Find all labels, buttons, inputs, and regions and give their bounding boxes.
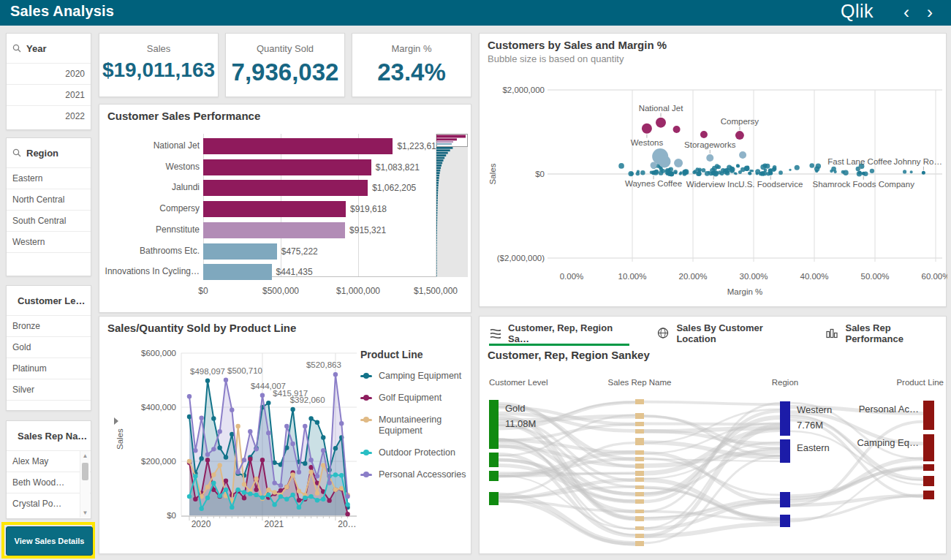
sankey-node-product-line[interactable] xyxy=(923,464,934,471)
data-point[interactable] xyxy=(199,456,203,461)
scatter-bubble[interactable] xyxy=(700,131,708,138)
data-point[interactable] xyxy=(217,445,221,450)
sankey-node-sales-rep-name[interactable] xyxy=(635,510,644,513)
scatter-bubble[interactable] xyxy=(658,155,670,167)
data-point[interactable] xyxy=(230,505,234,510)
data-point[interactable] xyxy=(290,472,295,477)
data-point[interactable] xyxy=(224,478,228,483)
sankey-node-sales-rep-name[interactable] xyxy=(635,463,644,469)
scatter-bubble[interactable] xyxy=(706,154,713,162)
data-point[interactable] xyxy=(187,459,192,463)
sankey-node-sales-rep-name[interactable] xyxy=(635,516,644,521)
data-point[interactable] xyxy=(205,379,210,383)
filter-value[interactable]: Silver xyxy=(7,379,91,400)
data-point[interactable] xyxy=(297,470,301,474)
data-point[interactable] xyxy=(303,424,307,428)
data-point[interactable] xyxy=(242,496,246,500)
sankey-node-customer-level[interactable] xyxy=(489,453,499,467)
data-point[interactable] xyxy=(199,507,203,511)
bar-category-label[interactable]: Pennstitute xyxy=(105,224,200,235)
data-point[interactable] xyxy=(242,458,246,462)
data-point[interactable] xyxy=(272,480,276,485)
data-point[interactable] xyxy=(345,494,349,499)
data-point[interactable] xyxy=(315,498,319,502)
data-point[interactable] xyxy=(279,494,283,499)
scatter-bubble[interactable] xyxy=(858,171,862,175)
data-point[interactable] xyxy=(290,493,295,497)
data-point[interactable] xyxy=(333,488,338,492)
data-point[interactable] xyxy=(254,488,258,492)
bar[interactable] xyxy=(203,264,272,280)
listbox-header[interactable]: Year xyxy=(7,34,91,63)
tab-sales-rep-performance[interactable]: Sales Rep Performance xyxy=(826,322,946,346)
sankey-node-sales-rep-name[interactable] xyxy=(635,429,644,434)
data-point[interactable] xyxy=(242,490,246,494)
sankey-node-sales-rep-name[interactable] xyxy=(635,399,644,404)
search-icon[interactable] xyxy=(12,44,21,53)
filter-value[interactable]: North Central xyxy=(7,189,91,210)
data-point[interactable] xyxy=(211,480,216,485)
scatter-bubble[interactable] xyxy=(674,159,683,167)
data-point[interactable] xyxy=(211,447,216,451)
bar[interactable] xyxy=(203,180,368,196)
data-point[interactable] xyxy=(303,461,307,466)
data-point[interactable] xyxy=(235,470,240,474)
scroll-up-arrow[interactable]: ▲ xyxy=(80,453,90,459)
sankey-node-sales-rep-name[interactable] xyxy=(635,471,644,476)
filter-value[interactable]: Western xyxy=(7,231,91,252)
filter-value[interactable]: 2020 xyxy=(7,63,91,84)
data-point[interactable] xyxy=(235,488,240,492)
sankey-node-product-line[interactable] xyxy=(923,434,934,461)
sankey-node-sales-rep-name[interactable] xyxy=(635,499,644,504)
legend-item[interactable]: Golf Equipment xyxy=(360,393,470,404)
sankey-node-customer-level[interactable] xyxy=(489,492,499,505)
data-point[interactable] xyxy=(217,429,221,434)
data-point[interactable] xyxy=(339,473,344,477)
data-point[interactable] xyxy=(205,496,210,500)
filter-value[interactable]: Alex May xyxy=(7,450,91,472)
data-point[interactable] xyxy=(333,472,338,477)
view-sales-details-button[interactable]: View Sales Details xyxy=(6,526,93,556)
sankey-node-sales-rep-name[interactable] xyxy=(635,450,644,455)
data-point[interactable] xyxy=(333,446,338,450)
filter-value[interactable]: Beth Wood… xyxy=(7,472,91,493)
scatter-bubble[interactable] xyxy=(651,162,657,168)
listbox-header[interactable]: Region xyxy=(7,138,91,167)
data-point[interactable] xyxy=(193,474,197,478)
legend-item[interactable]: Camping Equipment xyxy=(360,371,470,382)
data-point[interactable] xyxy=(272,502,276,507)
data-point[interactable] xyxy=(333,372,338,377)
data-point[interactable] xyxy=(284,424,289,428)
data-point[interactable] xyxy=(284,497,289,502)
data-point[interactable] xyxy=(315,491,319,495)
sankey-node-product-line[interactable] xyxy=(923,401,934,430)
data-point[interactable] xyxy=(211,416,216,420)
data-point[interactable] xyxy=(290,407,295,412)
tab-customer-rep-region-sa[interactable]: Customer, Rep, Region Sa… xyxy=(489,322,629,346)
data-point[interactable] xyxy=(205,458,210,462)
data-point[interactable] xyxy=(315,474,319,478)
data-point[interactable] xyxy=(230,408,234,412)
sankey-node-sales-rep-name[interactable] xyxy=(635,526,644,530)
scroll-down-arrow[interactable]: ▼ xyxy=(80,510,90,516)
bar-category-label[interactable]: Innovations In Cycling… xyxy=(105,266,200,276)
filter-value[interactable]: 2021 xyxy=(7,84,91,105)
listbox-scrollbar[interactable]: ▲▼ xyxy=(80,451,90,518)
data-point[interactable] xyxy=(248,457,252,461)
data-point[interactable] xyxy=(193,497,197,502)
data-point[interactable] xyxy=(297,505,301,510)
data-point[interactable] xyxy=(284,485,289,489)
scatter-plot-area[interactable]: 0.00%10.00%20.00%30.00%40.00%50.00%60.00… xyxy=(480,34,947,308)
data-point[interactable] xyxy=(260,458,265,462)
data-point[interactable] xyxy=(279,483,283,488)
data-point[interactable] xyxy=(290,442,295,446)
bar[interactable] xyxy=(203,243,277,260)
sankey-node-sales-rep-name[interactable] xyxy=(635,477,644,482)
scatter-bubble[interactable] xyxy=(768,171,773,175)
filter-value[interactable]: Bronze xyxy=(7,315,91,336)
sankey-diagram-area[interactable]: Customer LevelSales Rep NameRegionProduc… xyxy=(480,368,946,554)
bar[interactable] xyxy=(203,138,393,154)
scrollbar-thumb[interactable] xyxy=(82,463,88,480)
data-point[interactable] xyxy=(327,498,331,502)
nav-previous-sheet[interactable]: ‹ xyxy=(896,0,917,26)
